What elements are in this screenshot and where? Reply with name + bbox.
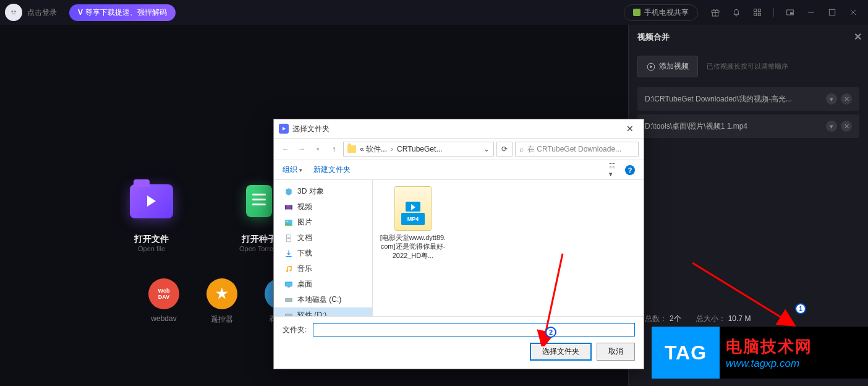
nav-forward-icon[interactable]: → xyxy=(295,142,308,156)
tree-desktop[interactable]: 桌面 xyxy=(274,277,372,292)
select-folder-button[interactable]: 选择文件夹 xyxy=(530,343,592,361)
panel-hint: 已传视频长按可以调整顺序 xyxy=(707,62,788,71)
gift-icon[interactable] xyxy=(710,7,720,17)
move-down-icon[interactable]: ▾ xyxy=(826,93,837,105)
chevron-right-icon: › xyxy=(391,145,393,153)
tree-pictures[interactable]: 图片 xyxy=(274,215,372,230)
annotation-badge-1: 1 xyxy=(795,303,806,314)
folder-icon xyxy=(347,145,356,153)
tree-downloads[interactable]: 下载 xyxy=(274,246,372,261)
open-file-tile[interactable]: 打开文件 Open file xyxy=(117,173,185,252)
annotation-badge-2: 2 xyxy=(545,327,556,338)
tree-drive-d[interactable]: 软件 (D:) xyxy=(274,307,372,316)
size-label: 总大小： xyxy=(696,314,726,323)
tree-documents[interactable]: 文档 xyxy=(274,230,372,246)
svg-point-27 xyxy=(291,299,292,300)
panel-toolbar: 添加视频 已传视频长按可以调整顺序 xyxy=(629,49,868,84)
phone-share-button[interactable]: 手机电视共享 xyxy=(624,4,698,21)
organize-menu[interactable]: 组织 xyxy=(283,165,302,175)
file-dialog: 选择文件夹 ✕ ← → ▾ ↑ « 软件... › CRTubeGet... ⌄… xyxy=(273,119,644,369)
svg-point-22 xyxy=(286,270,287,272)
folder-icon xyxy=(130,184,173,218)
app-topbar: 点击登录 V 尊享下载提速、强悍解码 手机电视共享 xyxy=(0,0,868,25)
svg-rect-25 xyxy=(287,286,290,287)
panel-title: 视频合并 xyxy=(637,32,670,43)
breadcrumb-dropdown-icon[interactable]: ⌄ xyxy=(483,145,490,153)
webdav-icon: WebDAV xyxy=(148,278,179,309)
folder-input[interactable] xyxy=(313,323,635,337)
add-video-button[interactable]: 添加视频 xyxy=(637,56,698,77)
divider xyxy=(773,8,774,17)
close-icon[interactable] xyxy=(848,7,858,17)
open-file-sub: Open file xyxy=(117,245,185,252)
nav-recent-icon[interactable]: ▾ xyxy=(311,142,325,156)
tree-music[interactable]: 音乐 xyxy=(274,261,372,277)
dialog-logo-icon xyxy=(279,124,289,134)
tiles-row: 打开文件 Open file 打开种子 Open Torrent xyxy=(117,173,293,252)
video-path: D:\tools\桌面\照片\视频1 1.mp4 xyxy=(645,121,822,132)
promo-text: 尊享下载提速、强悍解码 xyxy=(85,7,167,18)
login-link[interactable]: 点击登录 xyxy=(27,7,57,18)
breadcrumb[interactable]: « 软件... › CRTubeGet... ⌄ xyxy=(343,142,494,157)
mp4-folder-icon: MP4 xyxy=(394,186,432,231)
watermark-tag: TAG xyxy=(652,327,720,379)
play-plus-icon xyxy=(647,62,655,71)
tree-drive-c[interactable]: 本地磁盘 (C:) xyxy=(274,292,372,307)
view-mode-icon[interactable]: ☷ ▾ xyxy=(609,165,620,175)
bell-icon[interactable] xyxy=(731,7,741,17)
dialog-close-icon[interactable]: ✕ xyxy=(621,121,639,136)
svg-rect-5 xyxy=(758,9,760,12)
remote-icon: ★ xyxy=(206,278,237,309)
mini-player-icon[interactable] xyxy=(785,7,795,17)
dialog-content: MP4 [电影天堂www.dytt89.com]还是觉得你最好-2022_HD粤… xyxy=(373,180,644,316)
svg-rect-16 xyxy=(285,205,286,209)
remove-icon[interactable]: ✕ xyxy=(841,121,852,132)
breadcrumb-1[interactable]: « 软件... xyxy=(360,144,387,155)
grid-icon[interactable] xyxy=(752,7,762,17)
watermark-cn: 电脑技术网 xyxy=(726,336,868,358)
svg-rect-28 xyxy=(286,314,292,316)
dialog-footer: 文件夹: 选择文件夹 取消 xyxy=(274,316,644,367)
file-name: [电影天堂www.dytt89.com]还是觉得你最好-2022_HD粤... xyxy=(379,233,447,260)
video-item[interactable]: D:\CRTubeGet Downloaded\我的视频-高光... ▾ ✕ xyxy=(637,87,859,111)
cancel-button[interactable]: 取消 xyxy=(597,343,635,361)
webdav-label: webdav xyxy=(148,314,179,323)
avatar[interactable] xyxy=(5,4,22,21)
svg-point-23 xyxy=(290,270,291,271)
nav-up-icon[interactable]: ↑ xyxy=(327,142,341,156)
count-value: 2个 xyxy=(670,314,681,323)
svg-rect-6 xyxy=(754,13,757,15)
remote-shortcut[interactable]: ★ 遥控器 xyxy=(206,278,237,325)
refresh-button[interactable]: ⟳ xyxy=(496,142,513,157)
size-value: 10.7 M xyxy=(728,314,751,323)
svg-rect-11 xyxy=(829,9,835,15)
help-icon[interactable]: ? xyxy=(625,165,635,175)
breadcrumb-2[interactable]: CRTubeGet... xyxy=(397,145,442,153)
dialog-toolbar: 组织 新建文件夹 ☷ ▾ ? xyxy=(274,160,644,180)
remove-icon[interactable]: ✕ xyxy=(841,93,852,105)
maximize-icon[interactable] xyxy=(827,7,837,17)
video-item[interactable]: D:\tools\桌面\照片\视频1 1.mp4 ▾ ✕ xyxy=(637,114,859,138)
add-video-label: 添加视频 xyxy=(659,61,689,72)
panel-header: 视频合并 ✕ xyxy=(629,25,868,49)
svg-rect-17 xyxy=(291,205,292,209)
promo-pill[interactable]: V 尊享下载提速、强悍解码 xyxy=(69,4,176,21)
nav-back-icon[interactable]: ← xyxy=(279,142,292,156)
search-input[interactable]: ⌕ 在 CRTubeGet Downloade... xyxy=(515,142,639,157)
file-item[interactable]: MP4 [电影天堂www.dytt89.com]还是觉得你最好-2022_HD粤… xyxy=(379,186,447,260)
tree-videos[interactable]: 视频 xyxy=(274,199,372,215)
svg-rect-9 xyxy=(790,12,793,14)
dialog-tree: 3D 对象 视频 图片 文档 下载 音乐 桌面 本地磁盘 (C:) 软件 (D:… xyxy=(274,180,373,316)
dialog-nav: ← → ▾ ↑ « 软件... › CRTubeGet... ⌄ ⟳ ⌕ 在 C… xyxy=(274,138,644,160)
svg-rect-4 xyxy=(754,9,757,12)
new-folder-button[interactable]: 新建文件夹 xyxy=(313,165,351,175)
panel-close-icon[interactable]: ✕ xyxy=(854,31,862,43)
tree-3d-objects[interactable]: 3D 对象 xyxy=(274,184,372,199)
torrent-icon xyxy=(246,185,272,217)
webdav-shortcut[interactable]: WebDAV webdav xyxy=(148,278,179,325)
svg-point-0 xyxy=(11,11,13,12)
minimize-icon[interactable] xyxy=(806,7,816,17)
move-down-icon[interactable]: ▾ xyxy=(826,121,837,132)
android-icon xyxy=(633,9,640,16)
remote-label: 遥控器 xyxy=(206,314,237,325)
